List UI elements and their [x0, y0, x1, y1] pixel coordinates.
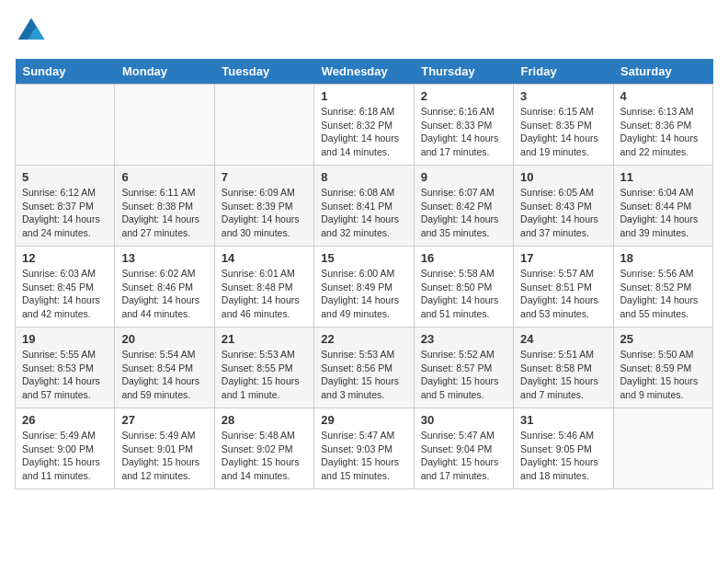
calendar-cell: 20Sunrise: 5:54 AM Sunset: 8:54 PM Dayli… — [115, 327, 214, 408]
cell-info: Sunrise: 6:09 AM Sunset: 8:39 PM Dayligh… — [222, 186, 307, 240]
calendar-cell: 15Sunrise: 6:00 AM Sunset: 8:49 PM Dayli… — [314, 247, 414, 327]
col-header-saturday: Saturday — [613, 59, 712, 85]
calendar-cell: 29Sunrise: 5:47 AM Sunset: 9:03 PM Dayli… — [314, 408, 414, 489]
cell-info: Sunrise: 6:16 AM Sunset: 8:33 PM Dayligh… — [421, 105, 506, 159]
calendar-cell: 11Sunrise: 6:04 AM Sunset: 8:44 PM Dayli… — [613, 166, 712, 247]
cell-info: Sunrise: 5:48 AM Sunset: 9:02 PM Dayligh… — [222, 429, 307, 483]
calendar-cell: 19Sunrise: 5:55 AM Sunset: 8:53 PM Dayli… — [16, 327, 115, 408]
calendar-cell: 23Sunrise: 5:52 AM Sunset: 8:57 PM Dayli… — [414, 327, 513, 408]
day-number: 15 — [321, 251, 406, 265]
calendar-cell: 9Sunrise: 6:07 AM Sunset: 8:42 PM Daylig… — [414, 166, 513, 247]
cell-info: Sunrise: 6:12 AM Sunset: 8:37 PM Dayligh… — [22, 186, 108, 240]
calendar-cell — [214, 85, 313, 166]
calendar-week-row: 5Sunrise: 6:12 AM Sunset: 8:37 PM Daylig… — [16, 166, 713, 247]
cell-info: Sunrise: 5:49 AM Sunset: 9:01 PM Dayligh… — [121, 429, 207, 483]
cell-info: Sunrise: 6:02 AM Sunset: 8:46 PM Dayligh… — [121, 267, 207, 321]
cell-info: Sunrise: 6:08 AM Sunset: 8:41 PM Dayligh… — [321, 186, 406, 240]
day-number: 16 — [421, 251, 506, 265]
calendar-cell: 10Sunrise: 6:05 AM Sunset: 8:43 PM Dayli… — [514, 166, 613, 247]
cell-info: Sunrise: 6:15 AM Sunset: 8:35 PM Dayligh… — [520, 105, 606, 159]
day-number: 20 — [121, 332, 207, 346]
cell-info: Sunrise: 5:53 AM Sunset: 8:56 PM Dayligh… — [321, 348, 406, 402]
day-number: 19 — [22, 332, 108, 346]
day-number: 21 — [222, 332, 307, 346]
day-number: 31 — [520, 413, 606, 427]
day-number: 24 — [520, 332, 606, 346]
cell-info: Sunrise: 5:51 AM Sunset: 8:58 PM Dayligh… — [520, 348, 606, 402]
calendar-cell: 8Sunrise: 6:08 AM Sunset: 8:41 PM Daylig… — [314, 166, 414, 247]
cell-info: Sunrise: 6:11 AM Sunset: 8:38 PM Dayligh… — [121, 186, 207, 240]
day-number: 17 — [520, 251, 606, 265]
calendar-cell: 27Sunrise: 5:49 AM Sunset: 9:01 PM Dayli… — [115, 408, 214, 489]
calendar-cell — [115, 85, 214, 166]
day-number: 22 — [321, 332, 406, 346]
day-number: 12 — [22, 251, 108, 265]
cell-info: Sunrise: 5:58 AM Sunset: 8:50 PM Dayligh… — [421, 267, 506, 321]
day-number: 23 — [421, 332, 506, 346]
day-number: 3 — [520, 89, 606, 103]
calendar-cell: 14Sunrise: 6:01 AM Sunset: 8:48 PM Dayli… — [214, 247, 313, 327]
cell-info: Sunrise: 6:03 AM Sunset: 8:45 PM Dayligh… — [22, 267, 108, 321]
day-number: 30 — [421, 413, 506, 427]
day-number: 6 — [121, 170, 207, 184]
calendar-cell: 16Sunrise: 5:58 AM Sunset: 8:50 PM Dayli… — [414, 247, 513, 327]
calendar-cell: 13Sunrise: 6:02 AM Sunset: 8:46 PM Dayli… — [115, 247, 214, 327]
cell-info: Sunrise: 5:55 AM Sunset: 8:53 PM Dayligh… — [22, 348, 108, 402]
cell-info: Sunrise: 5:47 AM Sunset: 9:03 PM Dayligh… — [321, 429, 406, 483]
day-number: 10 — [520, 170, 606, 184]
day-number: 1 — [321, 89, 406, 103]
calendar-cell: 17Sunrise: 5:57 AM Sunset: 8:51 PM Dayli… — [514, 247, 613, 327]
col-header-thursday: Thursday — [414, 59, 513, 85]
cell-info: Sunrise: 6:18 AM Sunset: 8:32 PM Dayligh… — [321, 105, 406, 159]
logo — [15, 15, 51, 48]
day-number: 11 — [620, 170, 706, 184]
calendar-cell: 12Sunrise: 6:03 AM Sunset: 8:45 PM Dayli… — [16, 247, 115, 327]
cell-info: Sunrise: 6:01 AM Sunset: 8:48 PM Dayligh… — [222, 267, 307, 321]
col-header-sunday: Sunday — [16, 59, 115, 85]
col-header-wednesday: Wednesday — [314, 59, 414, 85]
day-number: 9 — [421, 170, 506, 184]
calendar-cell — [613, 408, 712, 489]
calendar-week-row: 12Sunrise: 6:03 AM Sunset: 8:45 PM Dayli… — [16, 247, 713, 327]
cell-info: Sunrise: 5:50 AM Sunset: 8:59 PM Dayligh… — [620, 348, 706, 402]
calendar-cell: 31Sunrise: 5:46 AM Sunset: 9:05 PM Dayli… — [514, 408, 613, 489]
cell-info: Sunrise: 6:04 AM Sunset: 8:44 PM Dayligh… — [620, 186, 706, 240]
logo-icon — [15, 15, 48, 48]
cell-info: Sunrise: 6:07 AM Sunset: 8:42 PM Dayligh… — [421, 186, 506, 240]
cell-info: Sunrise: 5:53 AM Sunset: 8:55 PM Dayligh… — [222, 348, 307, 402]
cell-info: Sunrise: 6:13 AM Sunset: 8:36 PM Dayligh… — [620, 105, 706, 159]
day-number: 8 — [321, 170, 406, 184]
cell-info: Sunrise: 6:00 AM Sunset: 8:49 PM Dayligh… — [321, 267, 406, 321]
calendar-cell: 2Sunrise: 6:16 AM Sunset: 8:33 PM Daylig… — [414, 85, 513, 166]
cell-info: Sunrise: 5:52 AM Sunset: 8:57 PM Dayligh… — [421, 348, 506, 402]
calendar-cell: 4Sunrise: 6:13 AM Sunset: 8:36 PM Daylig… — [613, 85, 712, 166]
calendar-cell: 6Sunrise: 6:11 AM Sunset: 8:38 PM Daylig… — [115, 166, 214, 247]
calendar-week-row: 26Sunrise: 5:49 AM Sunset: 9:00 PM Dayli… — [16, 408, 713, 489]
day-number: 4 — [620, 89, 706, 103]
cell-info: Sunrise: 5:47 AM Sunset: 9:04 PM Dayligh… — [421, 429, 506, 483]
cell-info: Sunrise: 5:56 AM Sunset: 8:52 PM Dayligh… — [620, 267, 706, 321]
calendar-cell — [16, 85, 115, 166]
calendar-cell: 1Sunrise: 6:18 AM Sunset: 8:32 PM Daylig… — [314, 85, 414, 166]
cell-info: Sunrise: 5:49 AM Sunset: 9:00 PM Dayligh… — [22, 429, 108, 483]
calendar-cell: 3Sunrise: 6:15 AM Sunset: 8:35 PM Daylig… — [514, 85, 613, 166]
col-header-monday: Monday — [115, 59, 214, 85]
day-number: 7 — [222, 170, 307, 184]
day-number: 28 — [222, 413, 307, 427]
calendar-cell: 24Sunrise: 5:51 AM Sunset: 8:58 PM Dayli… — [514, 327, 613, 408]
day-number: 18 — [620, 251, 706, 265]
cell-info: Sunrise: 6:05 AM Sunset: 8:43 PM Dayligh… — [520, 186, 606, 240]
calendar-header-row: SundayMondayTuesdayWednesdayThursdayFrid… — [16, 59, 713, 85]
cell-info: Sunrise: 5:57 AM Sunset: 8:51 PM Dayligh… — [520, 267, 606, 321]
day-number: 2 — [421, 89, 506, 103]
calendar-cell: 25Sunrise: 5:50 AM Sunset: 8:59 PM Dayli… — [613, 327, 712, 408]
col-header-friday: Friday — [514, 59, 613, 85]
day-number: 29 — [321, 413, 406, 427]
calendar-cell: 7Sunrise: 6:09 AM Sunset: 8:39 PM Daylig… — [214, 166, 313, 247]
calendar-table: SundayMondayTuesdayWednesdayThursdayFrid… — [15, 59, 713, 489]
page-header — [15, 15, 713, 48]
col-header-tuesday: Tuesday — [214, 59, 313, 85]
calendar-cell: 26Sunrise: 5:49 AM Sunset: 9:00 PM Dayli… — [16, 408, 115, 489]
calendar-cell: 22Sunrise: 5:53 AM Sunset: 8:56 PM Dayli… — [314, 327, 414, 408]
calendar-cell: 30Sunrise: 5:47 AM Sunset: 9:04 PM Dayli… — [414, 408, 513, 489]
